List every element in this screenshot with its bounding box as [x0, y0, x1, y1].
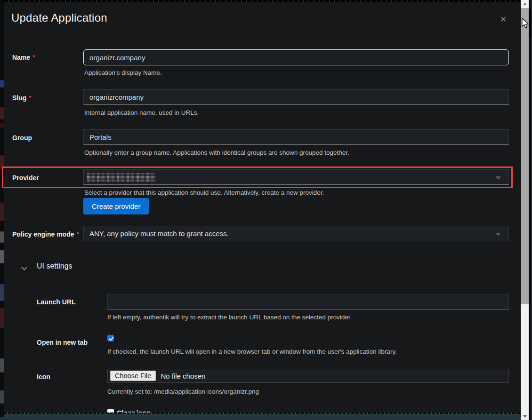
background-fragment — [0, 80, 4, 87]
modal-top-edge — [4, 0, 520, 2]
slug-input[interactable] — [83, 89, 509, 105]
background-fragment — [0, 250, 4, 263]
policy-engine-mode-value: ANY, any policy must match to grant acce… — [89, 230, 229, 238]
background-fragment — [0, 107, 4, 119]
name-label: Name* — [12, 53, 82, 62]
ui-settings-section-toggle[interactable]: UI settings — [4, 262, 520, 273]
create-provider-button[interactable]: Create provider — [83, 198, 149, 214]
provider-help-text: Select a provider that this application … — [84, 189, 324, 197]
policy-engine-mode-select[interactable]: ANY, any policy must match to grant acce… — [83, 226, 509, 241]
group-label: Group — [12, 134, 82, 142]
name-label-text: Name — [12, 54, 30, 61]
background-fragment — [0, 155, 4, 169]
provider-label: Provider — [12, 174, 82, 182]
chevron-down-icon — [495, 233, 501, 236]
required-asterisk: * — [76, 230, 79, 238]
launch-url-help-text: If left empty, authentik will try to ext… — [107, 313, 352, 321]
choose-file-button[interactable]: Choose File — [110, 371, 156, 381]
icon-file-input[interactable]: Choose File No file chosen — [107, 369, 509, 383]
background-fragment — [0, 202, 4, 221]
group-input[interactable] — [83, 129, 509, 145]
open-in-new-tab-checkbox[interactable] — [107, 335, 114, 341]
scroll-up-button[interactable] — [521, 0, 529, 8]
vertical-scrollbar[interactable] — [521, 0, 529, 420]
required-asterisk: * — [29, 94, 31, 101]
close-icon[interactable]: ✕ — [498, 14, 509, 25]
name-help-text: Application's display Name. — [84, 69, 162, 77]
slug-label: Slug* — [12, 94, 82, 102]
modal-bottom-teal-strip — [4, 414, 520, 417]
chevron-down-icon — [21, 264, 27, 270]
update-application-modal: Update Application ✕ Name* Application's… — [4, 0, 520, 417]
background-fragment — [0, 231, 4, 243]
provider-value-redacted — [87, 173, 156, 182]
launch-url-label: Launch URL — [37, 298, 107, 306]
ui-settings-section-title: UI settings — [37, 262, 73, 270]
launch-url-input[interactable] — [107, 294, 509, 309]
scroll-down-button[interactable] — [521, 412, 529, 420]
page-behind-left-edge — [0, 0, 4, 420]
no-file-chosen-text: No file chosen — [161, 372, 205, 380]
open-in-new-tab-help-text: If checked, the launch URL will open in … — [107, 348, 397, 356]
policy-engine-mode-label: Policy engine mode* — [12, 230, 82, 238]
icon-label: Icon — [37, 372, 107, 381]
background-fragment — [0, 308, 4, 328]
chevron-down-icon — [495, 176, 501, 180]
name-input[interactable] — [83, 49, 509, 65]
scroll-up-icon — [523, 3, 527, 5]
icon-help-text: Currently set to: /media/application-ico… — [107, 388, 259, 396]
scroll-down-icon — [523, 415, 527, 418]
group-help-text: Optionally enter a group name. Applicati… — [84, 149, 349, 157]
background-fragment — [0, 284, 4, 301]
scrollbar-thumb[interactable] — [521, 8, 529, 304]
slug-help-text: Internal application name, used in URLs. — [84, 109, 199, 117]
page-behind-bottom-edge — [0, 417, 532, 420]
required-asterisk: * — [32, 54, 35, 61]
background-fragment — [0, 358, 4, 372]
background-fragment — [0, 390, 4, 404]
modal-bottom-edge — [4, 412, 520, 417]
policy-engine-mode-label-text: Policy engine mode — [12, 230, 74, 238]
open-in-new-tab-label: Open in new tab — [37, 338, 107, 347]
provider-select[interactable] — [83, 169, 509, 185]
slug-label-text: Slug — [12, 94, 26, 102]
window-right-edge — [529, 0, 532, 420]
modal-title: Update Application — [11, 11, 107, 24]
background-fragment — [0, 123, 4, 128]
